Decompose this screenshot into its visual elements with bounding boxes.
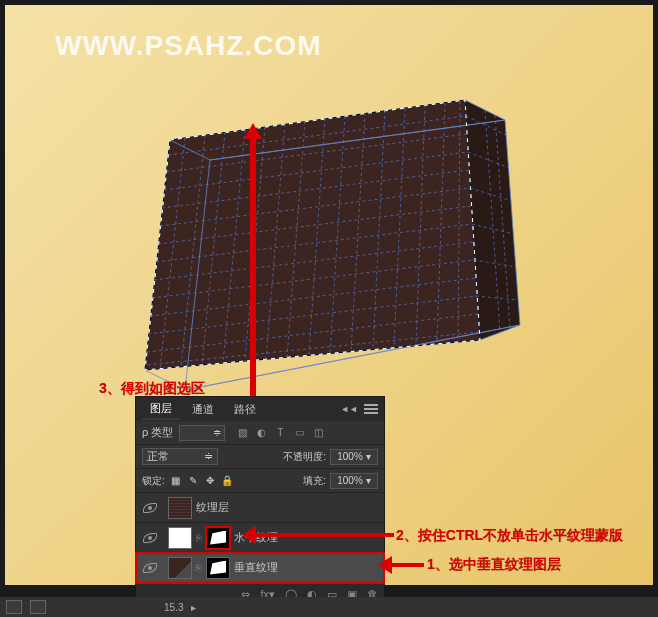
status-bar: 15.3 ▸ [0,597,658,617]
annotation-arrow-3-head [244,123,262,139]
panel-menu-icon[interactable] [364,404,378,414]
link-icon: ⎘ [196,563,206,573]
lock-image-icon[interactable]: ✎ [186,474,200,488]
annotation-text-2: 2、按住CTRL不放单击水平纹理蒙版 [396,527,623,545]
annotation-arrow-3 [250,135,256,401]
annotation-arrow-2-head [242,526,256,544]
blend-row: 正常≑ 不透明度: 100%▾ [136,445,384,469]
zoom-arrow-icon[interactable]: ▸ [191,602,196,613]
layer-thumbnail[interactable] [168,497,192,519]
lock-label: 锁定: [142,474,165,488]
layer-name[interactable]: 纹理层 [196,500,229,515]
visibility-toggle[interactable] [136,563,164,573]
tab-channels[interactable]: 通道 [184,400,222,419]
annotation-arrow-1 [388,563,424,567]
layer-row-horizontal[interactable]: ⎘ 水平纹理 [136,523,384,553]
tab-layers[interactable]: 图层 [142,399,180,420]
filter-adjust-icon[interactable]: ◐ [254,426,268,440]
opacity-value[interactable]: 100%▾ [330,449,378,465]
blend-mode-dropdown[interactable]: 正常≑ [142,448,218,465]
layer-thumbnail[interactable] [168,557,192,579]
kind-label: ρ 类型 [142,425,173,440]
filter-type-icon[interactable]: T [273,426,287,440]
layer-row-vertical[interactable]: ⎘ 垂直纹理 [136,553,384,583]
filter-shape-icon[interactable]: ▭ [292,426,306,440]
layer-name[interactable]: 垂直纹理 [234,560,278,575]
filter-smart-icon[interactable]: ◫ [311,426,325,440]
layers-panel[interactable]: 图层 通道 路径 ◄◄ ρ 类型 ≑ ▧ ◐ T ▭ ◫ 正常≑ 不透明度: 1… [135,396,385,606]
link-icon: ⎘ [196,533,206,543]
layer-row-texture[interactable]: 纹理层 [136,493,384,523]
visibility-toggle[interactable] [136,503,164,513]
eye-icon [143,533,157,543]
lock-transparent-icon[interactable]: ▦ [169,474,183,488]
panel-collapse-icon[interactable]: ◄◄ [340,404,358,414]
annotation-arrow-2 [252,533,394,537]
layer-mask-thumbnail-vertical[interactable] [206,557,230,579]
eye-icon [143,563,157,573]
tab-paths[interactable]: 路径 [226,400,264,419]
texture-3d-object[interactable] [135,80,535,410]
lock-row: 锁定: ▦ ✎ ✥ 🔒 填充: 100%▾ [136,469,384,493]
fill-value[interactable]: 100%▾ [330,473,378,489]
fill-label: 填充: [303,474,326,488]
sb-icon-1[interactable] [6,600,22,614]
layer-thumbnail[interactable] [168,527,192,549]
sb-icon-2[interactable] [30,600,46,614]
panel-header: 图层 通道 路径 ◄◄ [136,397,384,421]
layer-filter-row: ρ 类型 ≑ ▧ ◐ T ▭ ◫ [136,421,384,445]
lock-position-icon[interactable]: ✥ [203,474,217,488]
lock-all-icon[interactable]: 🔒 [220,474,234,488]
opacity-label: 不透明度: [283,450,326,464]
annotation-arrow-1-head [378,556,392,574]
kind-dropdown[interactable]: ≑ [179,425,225,441]
perspective-texture-svg [135,80,535,410]
zoom-level[interactable]: 15.3 [164,602,183,613]
svg-marker-0 [145,100,480,370]
visibility-toggle[interactable] [136,533,164,543]
annotation-text-1: 1、选中垂直纹理图层 [427,556,561,574]
layer-mask-thumbnail-horizontal[interactable] [206,527,230,549]
eye-icon [143,503,157,513]
watermark-text: WWW.PSAHZ.COM [55,30,322,62]
filter-pixel-icon[interactable]: ▧ [235,426,249,440]
